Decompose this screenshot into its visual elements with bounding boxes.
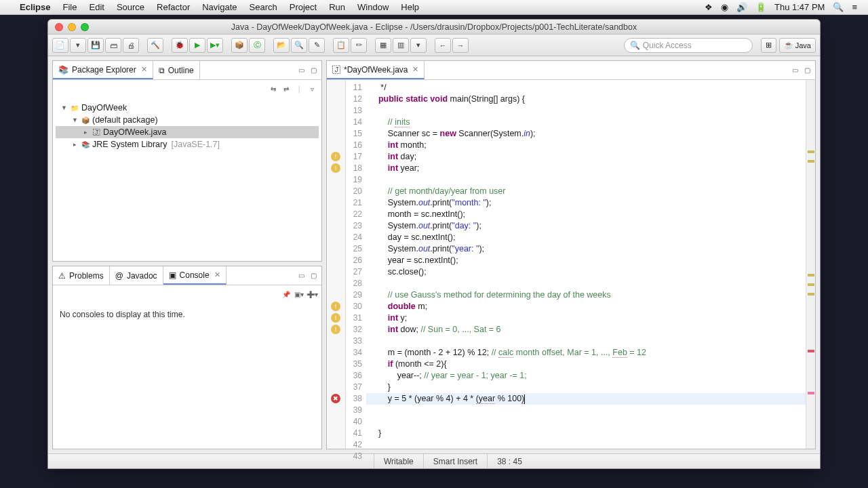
app-name[interactable]: Eclipse: [14, 2, 57, 12]
window-zoom-button[interactable]: [81, 23, 89, 31]
task-button[interactable]: ✎: [309, 38, 325, 53]
volume-icon[interactable]: 🔊: [732, 2, 751, 12]
menu-navigate[interactable]: Navigate: [196, 2, 243, 12]
java-file-node[interactable]: ▸🇯 DayOfWeek.java: [56, 126, 319, 138]
run-last-button[interactable]: ▶▾: [207, 38, 223, 53]
new-package-button[interactable]: 📦: [231, 38, 248, 53]
jre-library-node[interactable]: ▸📚 JRE System Library [JavaSE-1.7]: [56, 138, 319, 150]
menu-refactor[interactable]: Refactor: [151, 2, 196, 12]
code-area[interactable]: */ public static void main(String[] args…: [366, 80, 806, 449]
minimize-pane-button[interactable]: ▭: [789, 65, 800, 76]
minimize-pane-button[interactable]: ▭: [296, 65, 307, 76]
javadoc-icon: @: [115, 271, 123, 281]
line-number-gutter[interactable]: 11121314151617!18!1920212223242526272829…: [346, 80, 366, 449]
new-console-button[interactable]: ➕▾: [307, 289, 317, 300]
save-all-button[interactable]: 🗃: [105, 38, 121, 53]
console-icon: ▣: [169, 270, 176, 280]
save-button[interactable]: 💾: [87, 38, 104, 53]
status-insert-mode: Smart Insert: [423, 454, 487, 468]
link-editor-button[interactable]: ⇄: [281, 83, 292, 94]
javadoc-tab[interactable]: @ Javadoc: [110, 266, 163, 285]
eclipse-window: Java - DayOfWeek/DayOfWeek.java - Eclips…: [47, 19, 821, 469]
menu-source[interactable]: Source: [111, 2, 151, 12]
new-class-button[interactable]: Ⓒ: [249, 38, 265, 53]
console-tab-label: Console: [180, 270, 210, 280]
clock[interactable]: Thu 1:47 PM: [770, 2, 829, 12]
mac-menubar: Eclipse FileEditSourceRefactorNavigateSe…: [0, 0, 868, 15]
nav-dropdown[interactable]: ▾: [410, 38, 427, 53]
project-node[interactable]: ▼📁 DayOfWeek: [56, 102, 319, 114]
mark-occurrences-button[interactable]: ✏: [351, 38, 367, 53]
menu-run[interactable]: Run: [323, 2, 351, 12]
overview-ruler[interactable]: [806, 80, 815, 449]
quick-access-placeholder: Quick Access: [643, 41, 692, 50]
view-menu-button[interactable]: ▿: [307, 83, 317, 94]
build-button[interactable]: 🔨: [147, 38, 163, 53]
window-minimize-button[interactable]: [68, 23, 76, 31]
close-icon[interactable]: ✕: [141, 65, 147, 74]
search-icon: 🔍: [630, 41, 640, 50]
menu-edit[interactable]: Edit: [83, 2, 110, 12]
status-writable: Writable: [374, 454, 423, 468]
forward-button[interactable]: →: [452, 38, 469, 53]
run-button[interactable]: ▶: [189, 38, 205, 53]
spotlight-icon[interactable]: 🔍: [829, 2, 848, 12]
search-button[interactable]: 🔍: [291, 38, 307, 53]
notification-center-icon[interactable]: ≡: [848, 2, 861, 12]
menu-window[interactable]: Window: [351, 2, 395, 12]
bottom-panel: ⚠ Problems @ Javadoc ▣ Console ✕ ▭ ▢: [52, 266, 322, 449]
default-package-node[interactable]: ▼📦 (default package): [56, 114, 319, 126]
minimize-pane-button[interactable]: ▭: [296, 270, 307, 281]
code-editor[interactable]: 11121314151617!18!1920212223242526272829…: [327, 80, 815, 449]
menu-help[interactable]: Help: [395, 2, 425, 12]
problems-tab[interactable]: ⚠ Problems: [53, 266, 110, 285]
jre-label: JRE System Library: [92, 140, 167, 149]
prev-annotation-button[interactable]: ▥: [393, 38, 409, 53]
window-title: Java - DayOfWeek/DayOfWeek.java - Eclips…: [48, 22, 820, 32]
maximize-pane-button[interactable]: ▢: [308, 270, 319, 281]
status-cursor-position: 38 : 45: [487, 454, 532, 468]
wifi-icon[interactable]: ◉: [717, 2, 732, 12]
package-explorer-tab-label: Package Explorer: [72, 65, 136, 75]
editor-tab-label: *DayOfWeek.java: [344, 65, 408, 75]
new-dropdown[interactable]: ▾: [70, 38, 86, 53]
console-tab[interactable]: ▣ Console ✕: [163, 266, 226, 285]
display-console-button[interactable]: ▣▾: [294, 289, 304, 300]
menu-project[interactable]: Project: [283, 2, 323, 12]
back-button[interactable]: ←: [435, 38, 451, 53]
package-tree[interactable]: ▼📁 DayOfWeek ▼📦 (default package) ▸🇯 Day…: [53, 98, 321, 261]
package-explorer-tab[interactable]: 📚 Package Explorer ✕: [53, 61, 153, 79]
outline-icon: ⧉: [159, 66, 165, 75]
java-perspective-button[interactable]: ☕Java: [779, 38, 816, 53]
jre-version-label: [JavaSE-1.7]: [171, 140, 220, 149]
next-annotation-button[interactable]: ▦: [375, 38, 391, 53]
open-type-button[interactable]: 📂: [273, 38, 290, 53]
debug-button[interactable]: 🐞: [172, 38, 188, 53]
status-bar: Writable Smart Insert 38 : 45: [48, 453, 820, 468]
print-button[interactable]: 🖨: [123, 38, 139, 53]
javadoc-tab-label: Javadoc: [127, 271, 157, 281]
close-icon[interactable]: ✕: [412, 65, 418, 74]
editor-tab[interactable]: 🇯 *DayOfWeek.java ✕: [327, 61, 425, 79]
default-package-label: (default package): [92, 115, 158, 125]
menu-search[interactable]: Search: [243, 2, 283, 12]
java-file-label: DayOfWeek.java: [103, 127, 167, 137]
outline-tab[interactable]: ⧉ Outline: [153, 61, 200, 79]
close-icon[interactable]: ✕: [214, 270, 220, 279]
window-close-button[interactable]: [55, 23, 63, 31]
problems-tab-label: Problems: [69, 271, 104, 281]
problems-icon: ⚠: [58, 271, 66, 281]
toggle-breadcrumb-button[interactable]: 📋: [333, 38, 349, 53]
battery-icon[interactable]: 🔋: [751, 2, 770, 12]
quick-access-field[interactable]: 🔍 Quick Access: [624, 38, 753, 53]
outline-tab-label: Outline: [168, 66, 194, 75]
maximize-pane-button[interactable]: ▢: [308, 65, 319, 76]
collapse-all-button[interactable]: ⇆: [268, 83, 279, 94]
open-perspective-button[interactable]: ⊞: [761, 38, 776, 53]
maximize-pane-button[interactable]: ▢: [802, 65, 812, 76]
window-titlebar: Java - DayOfWeek/DayOfWeek.java - Eclips…: [48, 20, 820, 35]
menu-file[interactable]: File: [57, 2, 83, 12]
new-button[interactable]: 📄: [52, 38, 68, 53]
pin-console-button[interactable]: 📌: [281, 289, 292, 300]
menuextra-icon[interactable]: ❖: [701, 2, 717, 12]
